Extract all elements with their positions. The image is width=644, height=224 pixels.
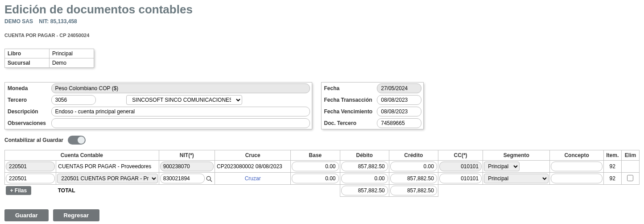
segmento-select[interactable]: Principal: [484, 162, 520, 171]
book-panel: Libro Principal Sucursal Demo: [4, 49, 94, 68]
base-input[interactable]: [292, 162, 339, 171]
col-header-elim: Elim: [621, 150, 639, 161]
nit-input[interactable]: [160, 162, 214, 171]
nit-value: 85,133,458: [50, 18, 77, 25]
company-info: DEMO SAS NIT: 85,133,458: [4, 18, 640, 25]
fecha-label: Fecha: [321, 83, 375, 95]
page-title: Edición de documentos contables: [4, 3, 640, 17]
cc-input[interactable]: [439, 174, 482, 183]
col-header-credito: Crédito: [389, 150, 438, 161]
total-debito: [341, 186, 388, 195]
fecha-venc-input[interactable]: [377, 107, 421, 116]
sucursal-value: Demo: [50, 58, 94, 68]
col-header-segmento: Segmento: [483, 150, 550, 161]
cuenta-name-select[interactable]: 220501 CUENTAS POR PAGAR - Prove: [57, 174, 157, 183]
doc-tercero-label: Doc. Tercero: [321, 117, 375, 129]
col-header-concepto: Concepto: [550, 150, 603, 161]
svg-line-1: [210, 180, 212, 182]
descripcion-input[interactable]: [51, 107, 310, 116]
fecha-trans-label: Fecha Transacción: [321, 94, 375, 106]
fecha-input[interactable]: [377, 83, 421, 93]
total-credito: [390, 186, 437, 195]
concepto-input[interactable]: [551, 162, 602, 171]
col-header-base: Base: [291, 150, 340, 161]
libro-value: Principal: [50, 49, 94, 58]
regresar-button[interactable]: Regresar: [53, 209, 99, 221]
concepto-input[interactable]: [551, 174, 602, 183]
moneda-input[interactable]: [51, 83, 310, 93]
cuenta-code-input[interactable]: [6, 162, 55, 171]
nit-input[interactable]: [160, 174, 205, 183]
table-row: CUENTAS POR PAGAR - Proveedores CP202308…: [5, 161, 640, 173]
descripcion-label: Descripción: [5, 106, 50, 117]
debito-input[interactable]: [341, 174, 388, 183]
col-header-cc: CC(*): [438, 150, 483, 161]
document-reference: CUENTA POR PAGAR - CP 24050024: [4, 33, 640, 38]
cuenta-name-text: CUENTAS POR PAGAR - Proveedores: [56, 161, 159, 173]
fecha-trans-input[interactable]: [377, 95, 421, 105]
table-row: 220501 CUENTAS POR PAGAR - Prove Cruzar …: [5, 173, 640, 185]
col-header-item: Item.: [603, 150, 621, 161]
item-value: 92: [603, 173, 621, 185]
guardar-button[interactable]: Guardar: [4, 209, 49, 221]
grid-header-row: Cuenta Contable NIT(*) Cruce Base Débito…: [5, 150, 640, 161]
doc-tercero-input[interactable]: [377, 118, 421, 128]
contabilizar-toggle[interactable]: [68, 136, 86, 145]
search-icon[interactable]: [206, 176, 212, 182]
elim-cell: [621, 161, 639, 173]
dates-panel: Fecha Fecha Transacción Fecha Vencimient…: [321, 82, 424, 129]
debito-input[interactable]: [341, 162, 388, 171]
entries-grid: Cuenta Contable NIT(*) Cruce Base Débito…: [4, 150, 640, 197]
company-name: DEMO SAS: [4, 18, 33, 25]
cc-input[interactable]: [439, 162, 482, 171]
observaciones-label: Observaciones: [5, 117, 50, 129]
col-header-nit: NIT(*): [159, 150, 215, 161]
nit-label: NIT:: [39, 18, 49, 25]
contabilizar-label: Contabilizar al Guardar: [4, 137, 63, 143]
cruzar-link[interactable]: Cruzar: [215, 173, 290, 185]
grid-footer-row: + Filas TOTAL: [5, 185, 640, 197]
col-header-debito: Débito: [340, 150, 389, 161]
libro-label: Libro: [5, 49, 50, 58]
moneda-label: Moneda: [5, 83, 50, 95]
col-header-cuenta: Cuenta Contable: [5, 150, 159, 161]
credito-input[interactable]: [390, 174, 437, 183]
total-label: TOTAL: [56, 185, 159, 197]
observaciones-input[interactable]: [51, 118, 310, 128]
tercero-label: Tercero: [5, 94, 50, 106]
add-rows-button[interactable]: + Filas: [6, 186, 32, 195]
elim-checkbox[interactable]: [627, 175, 633, 181]
segmento-select[interactable]: Principal: [484, 174, 549, 183]
cuenta-code-input[interactable]: [6, 174, 55, 183]
tercero-name-select[interactable]: SINCOSOFT SINCO COMUNICACIONES S.A.S: [126, 95, 242, 105]
cruce-text: CP2023080002 08/08/2023: [215, 161, 290, 173]
tercero-code-input[interactable]: [51, 95, 96, 105]
col-header-cruce: Cruce: [215, 150, 290, 161]
main-info-panel: Moneda Tercero SINCOSOFT SINCO COMUNICAC…: [4, 82, 312, 129]
item-value: 92: [603, 161, 621, 173]
sucursal-label: Sucursal: [5, 58, 50, 68]
credito-input[interactable]: [390, 162, 437, 171]
base-input[interactable]: [292, 174, 339, 183]
fecha-venc-label: Fecha Vencimiento: [321, 106, 375, 117]
